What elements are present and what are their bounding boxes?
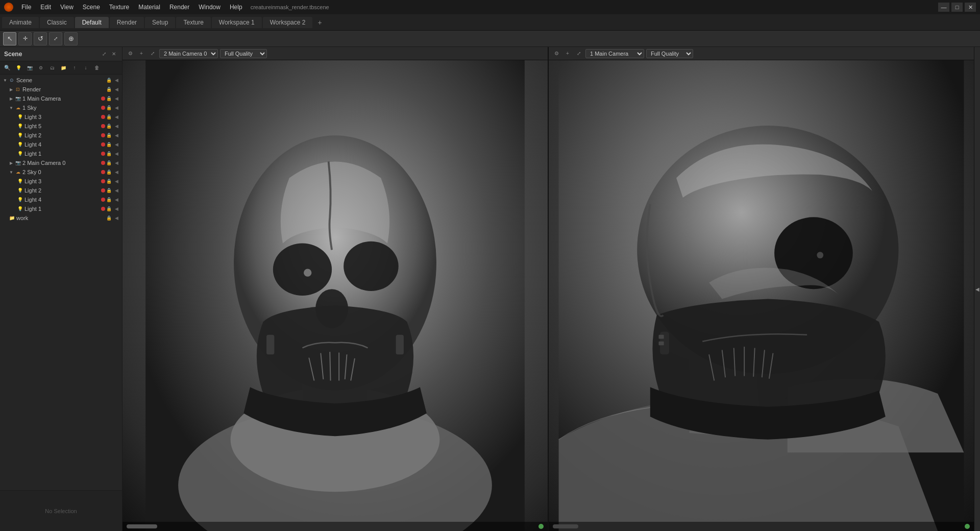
tab-animate[interactable]: Animate: [2, 17, 39, 28]
menu-texture[interactable]: Texture: [105, 3, 133, 12]
cam1-vis-icon[interactable]: ◀: [113, 95, 120, 102]
scene-lock-icon[interactable]: 🔒: [105, 77, 112, 84]
sky1-vis-icon[interactable]: ◀: [113, 104, 120, 111]
vp-left-maximize-icon[interactable]: +: [137, 49, 146, 58]
vp-right-settings-icon[interactable]: ⚙: [552, 49, 561, 58]
work-vis-icon[interactable]: ◀: [113, 214, 120, 222]
tree-item-sky1[interactable]: ▼ ☁ 1 Sky 🔒 ◀: [0, 103, 122, 112]
tab-texture[interactable]: Texture: [176, 17, 210, 28]
viewport-left-camera-select[interactable]: 2 Main Camera 0 1 Main Camera: [159, 49, 218, 58]
tree-item-work[interactable]: 📁 work 🔒 ◀: [0, 213, 122, 223]
titlebar-menus: File Edit View Scene Texture Material Re…: [17, 3, 247, 12]
tab-render[interactable]: Render: [110, 17, 144, 28]
close-button[interactable]: ✕: [965, 3, 976, 12]
cam2-lock-icon[interactable]: 🔒: [105, 159, 112, 166]
scene-tool-down[interactable]: ↓: [81, 63, 91, 73]
light4-1-lock-icon[interactable]: 🔒: [105, 141, 112, 148]
maximize-button[interactable]: □: [951, 3, 963, 12]
light4-1-vis-icon[interactable]: ◀: [113, 141, 120, 148]
tree-item-light3-2[interactable]: 💡 Light 3 🔒 ◀: [0, 177, 122, 186]
cam1-lock-icon[interactable]: 🔒: [105, 95, 112, 102]
tab-classic[interactable]: Classic: [40, 17, 74, 28]
light4-2-lock-icon[interactable]: 🔒: [105, 196, 112, 203]
light1-2-lock-icon[interactable]: 🔒: [105, 205, 112, 212]
sky2-vis-icon[interactable]: ◀: [113, 168, 120, 176]
light1-1-lock-icon[interactable]: 🔒: [105, 150, 112, 157]
tab-default[interactable]: Default: [75, 17, 109, 28]
sky2-lock-icon[interactable]: 🔒: [105, 168, 112, 176]
tab-workspace1[interactable]: Workspace 1: [212, 17, 262, 28]
minimize-button[interactable]: —: [938, 3, 949, 12]
tree-item-light2-2[interactable]: 💡 Light 2 🔒 ◀: [0, 186, 122, 195]
scene-tool-delete[interactable]: 🗑: [92, 63, 102, 73]
move-tool-button[interactable]: ✛: [18, 32, 32, 45]
light5-lock-icon[interactable]: 🔒: [105, 123, 112, 130]
vp-right-fullscreen-icon[interactable]: ⤢: [574, 49, 583, 58]
tree-item-cam1[interactable]: ▶ 📷 1 Main Camera 🔒 ◀: [0, 94, 122, 103]
tree-item-light4-1[interactable]: 💡 Light 4 🔒 ◀: [0, 140, 122, 149]
tree-item-light3-1[interactable]: 💡 Light 3 🔒 ◀: [0, 112, 122, 122]
light2-1-vis-icon[interactable]: ◀: [113, 132, 120, 139]
viewports-container: ⚙ + ⤢ 2 Main Camera 0 1 Main Camera Full…: [122, 47, 980, 531]
menu-view[interactable]: View: [56, 3, 78, 12]
menu-scene[interactable]: Scene: [79, 3, 104, 12]
viewport-right-camera-select[interactable]: 1 Main Camera 2 Main Camera 0: [585, 49, 644, 58]
scene-tool-folder[interactable]: 📁: [58, 63, 68, 73]
vp-right-maximize-icon[interactable]: +: [563, 49, 572, 58]
scale-tool-button[interactable]: ⤢: [49, 32, 62, 45]
tree-item-light1-1[interactable]: 💡 Light 1 🔒 ◀: [0, 149, 122, 158]
light3-1-lock-icon[interactable]: 🔒: [105, 113, 112, 120]
menu-help[interactable]: Help: [226, 3, 247, 12]
menu-material[interactable]: Material: [134, 3, 164, 12]
light2-2-vis-icon[interactable]: ◀: [113, 187, 120, 194]
tree-item-light2-1[interactable]: 💡 Light 2 🔒 ◀: [0, 131, 122, 140]
viewport-left-canvas[interactable]: [122, 60, 548, 531]
light1-2-vis-icon[interactable]: ◀: [113, 205, 120, 212]
light5-vis-icon[interactable]: ◀: [113, 123, 120, 130]
light3-1-vis-icon[interactable]: ◀: [113, 113, 120, 120]
rotate-tool-button[interactable]: ↺: [34, 32, 47, 45]
viewport-right-quality-select[interactable]: Full Quality Draft Quality Preview: [646, 49, 693, 58]
scene-tool-group[interactable]: 🗂: [47, 63, 57, 73]
tree-item-light5[interactable]: 💡 Light 5 🔒 ◀: [0, 122, 122, 131]
scene-tool-camera[interactable]: 📷: [24, 63, 35, 73]
scene-tool-search[interactable]: 🔍: [2, 63, 12, 73]
light2-2-lock-icon[interactable]: 🔒: [105, 187, 112, 194]
tab-workspace2[interactable]: Workspace 2: [263, 17, 313, 28]
vp-left-settings-icon[interactable]: ⚙: [126, 49, 135, 58]
menu-window[interactable]: Window: [194, 3, 225, 12]
render-lock-icon[interactable]: 🔒: [105, 86, 112, 93]
viewport-left-quality-select[interactable]: Full Quality Draft Quality Preview: [220, 49, 267, 58]
tree-item-scene[interactable]: ▼ ⊙ Scene 🔒 ◀: [0, 76, 122, 85]
transform-tool-button[interactable]: ⊕: [64, 32, 78, 45]
light3-2-lock-icon[interactable]: 🔒: [105, 178, 112, 185]
tree-item-light1-2[interactable]: 💡 Light 1 🔒 ◀: [0, 204, 122, 213]
vp-left-fullscreen-icon[interactable]: ⤢: [148, 49, 157, 58]
light2-1-lock-icon[interactable]: 🔒: [105, 132, 112, 139]
menu-file[interactable]: File: [17, 3, 35, 12]
tab-setup[interactable]: Setup: [145, 17, 175, 28]
tree-item-light4-2[interactable]: 💡 Light 4 🔒 ◀: [0, 195, 122, 204]
menu-edit[interactable]: Edit: [36, 3, 55, 12]
tree-item-sky2[interactable]: ▼ ☁ 2 Sky 0 🔒 ◀: [0, 167, 122, 177]
cam2-vis-icon[interactable]: ◀: [113, 159, 120, 166]
tree-item-cam2[interactable]: ▶ 📷 2 Main Camera 0 🔒 ◀: [0, 158, 122, 167]
scene-close-icon[interactable]: ✕: [110, 51, 118, 58]
scene-tool-settings[interactable]: ⚙: [36, 63, 46, 73]
scene-tool-up[interactable]: ↑: [69, 63, 80, 73]
work-lock-icon[interactable]: 🔒: [105, 214, 112, 222]
render-vis-icon[interactable]: ◀: [113, 86, 120, 93]
viewport-right-canvas[interactable]: [549, 60, 974, 531]
light4-2-vis-icon[interactable]: ◀: [113, 196, 120, 203]
add-tab-button[interactable]: +: [313, 16, 326, 29]
light1-1-vis-icon[interactable]: ◀: [113, 150, 120, 157]
tree-item-render[interactable]: ▶ ⊡ Render 🔒 ◀: [0, 85, 122, 94]
select-tool-button[interactable]: ↖: [3, 32, 16, 45]
scene-expand-icon[interactable]: ⤢: [100, 51, 108, 58]
scene-vis-icon[interactable]: ◀: [113, 77, 120, 84]
right-panel-collapse[interactable]: ◀: [974, 47, 980, 531]
light3-2-vis-icon[interactable]: ◀: [113, 178, 120, 185]
menu-render[interactable]: Render: [165, 3, 193, 12]
scene-tool-light[interactable]: 💡: [13, 63, 23, 73]
sky1-lock-icon[interactable]: 🔒: [105, 104, 112, 111]
